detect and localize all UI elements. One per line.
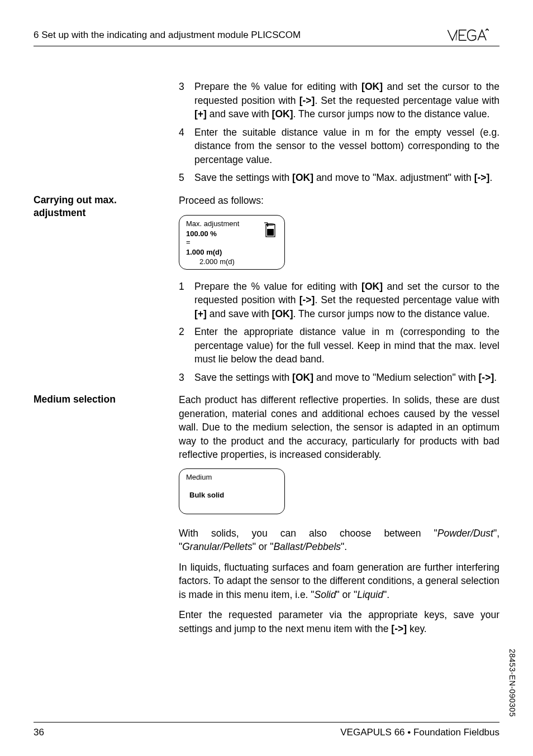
lcd-max-adjustment: Max. adjustment 100.00 % = 1.000 m(d) 2.… <box>179 215 285 270</box>
product-name: VEGAPULS 66 • Foundation Fieldbus <box>340 726 499 739</box>
medium-p2: With solids, you can also choose between… <box>179 527 499 554</box>
lcd-dist: 1.000 m(d) <box>186 247 278 257</box>
list-text: Save the settings with [OK] and move to … <box>194 171 499 185</box>
list-num: 4 <box>179 126 194 167</box>
list-item: 1 Prepare the % value for editing with [… <box>179 280 499 321</box>
block-list1: 3 Prepare the % value for editing with [… <box>34 80 499 189</box>
medium-p4: Enter the requested parameter via the ap… <box>179 608 499 635</box>
doc-id: 28453-EN-090305 <box>506 649 517 717</box>
list-text: Save the settings with [OK] and move to … <box>194 371 499 385</box>
list-text: Prepare the % value for editing with [OK… <box>194 280 499 321</box>
page-number: 36 <box>34 726 44 739</box>
list-item: 5 Save the settings with [OK] and move t… <box>179 171 499 185</box>
lcd-medium-value: Bulk solid <box>189 490 278 500</box>
side-heading-max: Carrying out max. adjustment <box>34 194 168 220</box>
list-text: Enter the appropriate distance value in … <box>194 325 499 366</box>
vega-logo <box>445 28 499 42</box>
list-item: 2 Enter the appropriate distance value i… <box>179 325 499 366</box>
block-medium: Medium selection Each product has differ… <box>34 393 499 642</box>
medium-p1: Each product has different reflective pr… <box>179 393 499 462</box>
list-item: 3 Save the settings with [OK] and move t… <box>179 371 499 385</box>
tank-icon <box>264 221 277 241</box>
list-num: 5 <box>179 171 194 185</box>
page-header: 6 Set up with the indicating and adjustm… <box>34 28 499 46</box>
list-text: Enter the suitable distance value in m f… <box>194 126 499 167</box>
medium-p3: In liquids, fluctuating surfaces and foa… <box>179 561 499 602</box>
list-item: 3 Prepare the % value for editing with [… <box>179 80 499 121</box>
lcd-medium: Medium Bulk solid <box>179 468 285 514</box>
block-max-adj: Carrying out max. adjustment Proceed as … <box>34 194 499 389</box>
list-num: 3 <box>179 80 194 121</box>
list-text: Prepare the % value for editing with [OK… <box>194 80 499 121</box>
page-footer: 36 VEGAPULS 66 • Foundation Fieldbus <box>34 722 499 739</box>
side-heading-medium: Medium selection <box>34 393 168 406</box>
svg-rect-1 <box>267 229 274 236</box>
list-num: 2 <box>179 325 194 366</box>
intro-text: Proceed as follows: <box>179 194 499 208</box>
lcd-medium-title: Medium <box>186 472 278 482</box>
list-item: 4 Enter the suitable distance value in m… <box>179 126 499 167</box>
lcd-dist2: 2.000 m(d) <box>199 257 278 267</box>
list-num: 1 <box>179 280 194 321</box>
list-num: 3 <box>179 371 194 385</box>
section-title: 6 Set up with the indicating and adjustm… <box>34 28 301 42</box>
